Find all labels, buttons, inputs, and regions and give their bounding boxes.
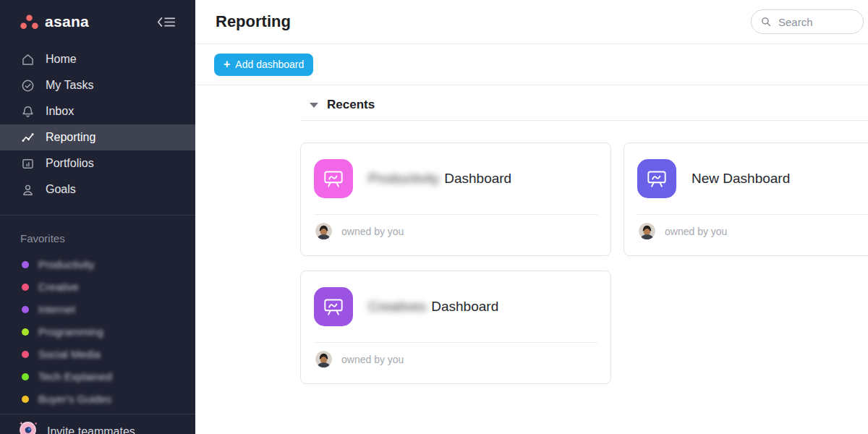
sidebar-item-label: Home bbox=[46, 53, 77, 66]
owner-row: owned by you bbox=[301, 215, 610, 239]
dashboard-title: New Dashboard bbox=[692, 171, 790, 187]
page-title: Reporting bbox=[216, 12, 291, 31]
invite-teammates-label: Invite teammates bbox=[47, 425, 135, 434]
goals-person-icon bbox=[20, 182, 35, 197]
favorite-item[interactable]: Creative bbox=[0, 276, 195, 298]
sidebar-item-goals[interactable]: Goals bbox=[0, 176, 195, 203]
invite-teammates-button[interactable]: Invite teammates bbox=[0, 414, 195, 434]
favorite-label: Social Media bbox=[38, 348, 101, 360]
dashboard-card-new[interactable]: New Dashboard owned by you bbox=[624, 142, 868, 256]
dashboard-board-icon bbox=[314, 287, 353, 326]
asana-logo: asana bbox=[20, 13, 89, 30]
favorite-label: Buyer's Guides bbox=[38, 393, 111, 405]
check-circle-icon bbox=[20, 78, 35, 93]
dashboard-board-icon bbox=[314, 159, 353, 198]
add-dashboard-label: Add dashboard bbox=[235, 59, 304, 70]
sidebar-item-label: Goals bbox=[46, 183, 76, 196]
favorite-label: Productivity bbox=[38, 258, 95, 271]
plus-icon: + bbox=[224, 58, 230, 71]
dashboard-card-productivity[interactable]: Productivity Dashboard owned by you bbox=[300, 142, 611, 256]
caret-down-icon[interactable] bbox=[310, 103, 318, 108]
owner-row: owned by you bbox=[624, 215, 868, 239]
favorite-dot-icon bbox=[22, 328, 29, 336]
dashboard-card-creatives[interactable]: Creatives Dashboard owned by you bbox=[300, 271, 611, 384]
sidebar-collapse-button[interactable] bbox=[156, 15, 176, 29]
owner-label: owned by you bbox=[341, 354, 404, 365]
dashboard-title-text: New Dashboard bbox=[692, 171, 790, 187]
favorite-dot-icon bbox=[22, 351, 29, 358]
sidebar-item-portfolios[interactable]: Portfolios bbox=[0, 150, 195, 176]
invite-teammates-icon bbox=[19, 420, 38, 434]
sidebar-item-home[interactable]: Home bbox=[0, 46, 195, 72]
sidebar-item-label: Portfolios bbox=[46, 157, 94, 170]
sidebar-item-reporting[interactable]: Reporting bbox=[0, 124, 195, 150]
asana-wordmark: asana bbox=[45, 13, 89, 30]
search-box[interactable] bbox=[751, 9, 864, 34]
asana-logo-icon bbox=[20, 14, 38, 30]
sidebar-nav: Home My Tasks Inbox Reporting Portfolios… bbox=[0, 46, 195, 203]
favorite-item[interactable]: Social Media bbox=[0, 343, 195, 365]
search-input[interactable] bbox=[778, 16, 854, 28]
favorite-dot-icon bbox=[22, 373, 29, 380]
portfolio-icon bbox=[20, 156, 35, 171]
owner-avatar bbox=[639, 223, 655, 239]
dashboard-title-text: Dashboard bbox=[431, 299, 498, 315]
recents-header: Recents bbox=[300, 85, 868, 121]
favorites-list: Productivity Creative Internet Programmi… bbox=[0, 253, 195, 410]
favorite-label: Tech Explained bbox=[38, 370, 112, 383]
sidebar-item-label: My Tasks bbox=[46, 79, 93, 92]
favorite-dot-icon bbox=[22, 396, 29, 403]
favorite-item[interactable]: Buyer's Guides bbox=[0, 388, 195, 410]
sidebar: asana Home My Tasks Inbox bbox=[0, 0, 195, 434]
favorite-dot-icon bbox=[22, 306, 29, 313]
dashboard-title: Creatives Dashboard bbox=[368, 299, 498, 315]
sidebar-item-label: Inbox bbox=[46, 105, 74, 118]
recents-title: Recents bbox=[327, 98, 375, 112]
favorite-item[interactable]: Internet bbox=[0, 298, 195, 320]
favorite-dot-icon bbox=[22, 284, 29, 291]
favorites-heading: Favorites bbox=[0, 216, 195, 253]
add-dashboard-button[interactable]: + Add dashboard bbox=[214, 54, 313, 76]
dashboard-title-text: Dashboard bbox=[444, 171, 511, 187]
dashboard-cards-grid: Productivity Dashboard owned by you bbox=[300, 142, 868, 384]
owner-label: owned by you bbox=[341, 226, 404, 237]
bell-icon bbox=[20, 104, 35, 119]
sidebar-item-inbox[interactable]: Inbox bbox=[0, 98, 195, 124]
card-top: Creatives Dashboard bbox=[301, 271, 610, 342]
card-top: Productivity Dashboard bbox=[301, 143, 610, 214]
owner-avatar bbox=[315, 351, 332, 367]
sidebar-header: asana bbox=[0, 0, 195, 36]
owner-label: owned by you bbox=[665, 226, 727, 237]
collapse-sidebar-icon bbox=[156, 15, 176, 29]
favorite-item[interactable]: Tech Explained bbox=[0, 365, 195, 388]
dashboard-board-icon bbox=[637, 159, 676, 198]
sidebar-item-label: Reporting bbox=[46, 131, 95, 144]
favorite-item[interactable]: Programming bbox=[0, 320, 195, 343]
main-area: Reporting + Add dashboard Recents bbox=[195, 0, 868, 434]
asana-app: asana Home My Tasks Inbox bbox=[0, 0, 868, 434]
home-icon bbox=[20, 52, 35, 67]
toolbar: + Add dashboard bbox=[195, 44, 868, 85]
line-chart-icon bbox=[20, 130, 35, 145]
favorite-dot-icon bbox=[22, 261, 29, 268]
card-top: New Dashboard bbox=[624, 143, 868, 214]
dashboard-title-blurred: Creatives bbox=[368, 299, 426, 315]
favorite-label: Programming bbox=[38, 326, 103, 338]
search-icon bbox=[760, 16, 772, 27]
topbar: Reporting bbox=[195, 0, 868, 44]
favorite-label: Internet bbox=[38, 303, 75, 315]
favorite-item[interactable]: Productivity bbox=[0, 253, 195, 276]
sidebar-item-my-tasks[interactable]: My Tasks bbox=[0, 72, 195, 98]
dashboard-title: Productivity Dashboard bbox=[368, 171, 511, 187]
owner-row: owned by you bbox=[301, 343, 610, 367]
recents-section: Recents Productivity bbox=[195, 85, 868, 384]
favorite-label: Creative bbox=[38, 281, 79, 293]
owner-avatar bbox=[315, 223, 332, 239]
dashboard-title-blurred: Productivity bbox=[368, 171, 439, 187]
